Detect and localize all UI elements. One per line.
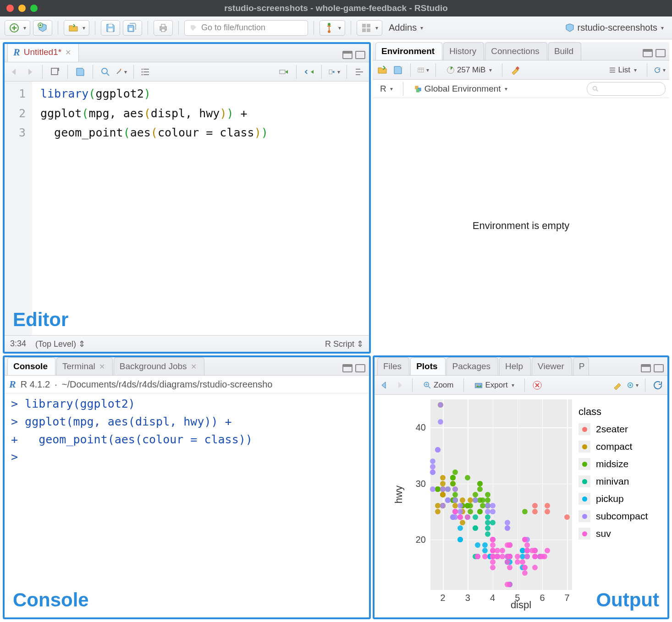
tab-connections[interactable]: Connections <box>485 42 547 60</box>
tab-history[interactable]: History <box>443 42 484 60</box>
doc-outline-toggle-icon[interactable] <box>353 66 365 78</box>
environment-scope[interactable]: Global Environment <box>410 81 511 97</box>
svg-rect-27 <box>416 89 420 93</box>
output-pane: Files Plots Packages Help Viewer P Zoom <box>373 355 669 619</box>
addins-button[interactable]: Addins <box>385 20 427 36</box>
remove-plot-icon[interactable] <box>531 379 543 391</box>
filetype-selector[interactable]: R Script ⇕ <box>325 339 364 349</box>
svg-point-28 <box>593 86 597 90</box>
code-tools-icon[interactable] <box>115 66 127 78</box>
vcs-button[interactable] <box>319 20 345 36</box>
find-icon[interactable] <box>99 66 111 78</box>
tab-build[interactable]: Build <box>548 42 581 60</box>
legend-item: midsize <box>578 458 659 470</box>
editor-body[interactable]: 123 library(ggplot2)ggplot(mpg, aes(disp… <box>5 82 369 335</box>
svg-rect-4 <box>129 28 132 31</box>
save-workspace-icon[interactable] <box>392 64 404 76</box>
svg-point-31 <box>476 384 478 386</box>
minimize-pane-icon[interactable] <box>342 51 353 59</box>
clear-plots-icon[interactable] <box>611 379 623 391</box>
tab-background-jobs[interactable]: Background Jobs ✕ <box>114 357 204 375</box>
maximize-pane-icon[interactable] <box>655 49 666 57</box>
legend-item: 2seater <box>578 423 659 435</box>
new-file-button[interactable] <box>5 20 30 36</box>
import-dataset-icon[interactable] <box>417 64 429 76</box>
clear-workspace-icon[interactable] <box>509 64 521 76</box>
close-tab-icon[interactable]: ✕ <box>65 48 71 57</box>
svg-rect-21 <box>329 70 332 74</box>
tab-terminal[interactable]: Terminal ✕ <box>56 357 113 375</box>
close-window-icon[interactable] <box>6 5 14 12</box>
minimize-window-icon[interactable] <box>18 5 26 12</box>
plot-forward-icon[interactable] <box>394 379 406 391</box>
tab-plots[interactable]: Plots <box>410 357 445 375</box>
svg-rect-22 <box>418 68 424 72</box>
load-workspace-icon[interactable] <box>376 64 388 76</box>
goto-placeholder: Go to file/function <box>201 23 265 33</box>
zoom-button[interactable]: Zoom <box>419 377 457 393</box>
legend-item: pickup <box>578 493 659 505</box>
close-tab-icon[interactable]: ✕ <box>99 362 105 371</box>
outline-icon[interactable] <box>140 66 152 78</box>
popout-icon[interactable] <box>49 66 61 78</box>
svg-point-34 <box>629 384 631 386</box>
console-body[interactable]: > library(ggplot2)> ggplot(mpg, aes(disp… <box>5 393 369 617</box>
run-icon[interactable] <box>278 66 290 78</box>
refresh-env-icon[interactable] <box>654 64 666 76</box>
source-button[interactable] <box>328 66 340 78</box>
svg-point-18 <box>142 71 143 72</box>
svg-rect-3 <box>108 28 113 32</box>
tab-help[interactable]: Help <box>499 357 531 375</box>
environment-empty-message: Environment is empty <box>373 98 669 354</box>
save-source-icon[interactable] <box>74 66 86 78</box>
publish-icon[interactable] <box>627 379 639 391</box>
minimize-pane-icon[interactable] <box>641 364 651 372</box>
view-list-button[interactable]: List <box>605 62 640 78</box>
window-title: rstudio-screenshots - whole-game-feedbac… <box>0 3 672 13</box>
minimize-pane-icon[interactable] <box>342 364 353 372</box>
tab-viewer[interactable]: Viewer <box>532 357 572 375</box>
print-button[interactable] <box>154 20 173 36</box>
new-project-button[interactable] <box>33 20 52 36</box>
svg-rect-12 <box>362 28 366 32</box>
back-icon[interactable] <box>8 66 20 78</box>
tab-presentation[interactable]: P <box>573 357 589 375</box>
maximize-pane-icon[interactable] <box>355 51 365 59</box>
tab-environment[interactable]: Environment <box>375 42 442 60</box>
svg-rect-10 <box>362 24 366 27</box>
environment-search[interactable] <box>587 82 666 96</box>
plot-back-icon[interactable] <box>378 379 390 391</box>
tab-console[interactable]: Console <box>7 357 55 375</box>
scope-selector[interactable]: (Top Level) ⇕ <box>35 339 85 349</box>
maximize-pane-icon[interactable] <box>654 364 664 372</box>
save-all-button[interactable] <box>123 20 142 36</box>
panes-button[interactable] <box>357 20 382 36</box>
refresh-plot-icon[interactable] <box>652 379 664 391</box>
cursor-position: 3:34 <box>10 339 26 349</box>
annotation-console: Console <box>13 589 89 611</box>
language-scope[interactable]: R <box>376 81 397 97</box>
legend-item: subcompact <box>578 510 659 522</box>
editor-tab-untitled[interactable]: R Untitled1* ✕ <box>7 42 79 62</box>
close-tab-icon[interactable]: ✕ <box>191 362 197 371</box>
chart-ylabel: hwy <box>391 486 407 503</box>
legend-title: class <box>578 406 659 418</box>
export-button[interactable]: Export <box>470 377 518 393</box>
minimize-pane-icon[interactable] <box>643 49 653 57</box>
svg-point-16 <box>120 69 121 70</box>
maximize-pane-icon[interactable] <box>355 364 365 372</box>
rerun-icon[interactable] <box>303 66 315 78</box>
forward-icon[interactable] <box>24 66 36 78</box>
project-switcher[interactable]: rstudio-screenshots <box>561 20 667 36</box>
annotation-output: Output <box>596 589 659 611</box>
tab-files[interactable]: Files <box>377 357 409 375</box>
legend-item: compact <box>578 441 659 453</box>
memory-usage[interactable]: 257 MiB <box>442 62 496 78</box>
save-button[interactable] <box>101 20 120 36</box>
svg-rect-14 <box>51 68 58 75</box>
legend-item: suv <box>578 528 659 540</box>
open-file-button[interactable] <box>64 20 89 36</box>
tab-packages[interactable]: Packages <box>446 357 498 375</box>
maximize-window-icon[interactable] <box>30 5 38 12</box>
goto-file-input[interactable]: Go to file/function <box>184 20 308 36</box>
